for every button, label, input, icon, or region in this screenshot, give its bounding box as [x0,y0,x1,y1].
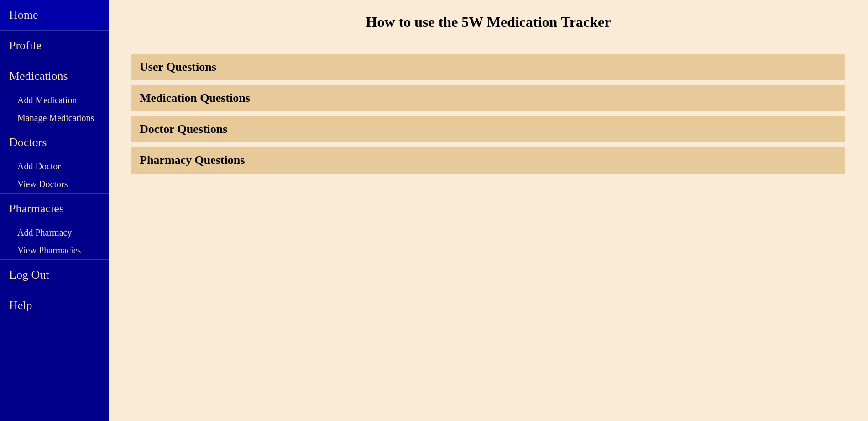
main-content: How to use the 5W Medication Tracker Use… [109,0,868,421]
sidebar-item-doctors[interactable]: Doctors [0,127,109,158]
sidebar-group-medications: Medications Add Medication Manage Medica… [0,61,109,127]
page-title: How to use the 5W Medication Tracker [131,14,845,31]
sidebar-item-add-medication[interactable]: Add Medication [0,91,109,109]
sidebar-item-view-doctors[interactable]: View Doctors [0,175,109,193]
sidebar-item-add-doctor[interactable]: Add Doctor [0,158,109,175]
sidebar-item-medications[interactable]: Medications [0,61,109,91]
sidebar-item-add-pharmacy[interactable]: Add Pharmacy [0,224,109,242]
sidebar-item-help[interactable]: Help [0,290,109,321]
sidebar-item-home[interactable]: Home [0,0,109,31]
sidebar-item-manage-medications[interactable]: Manage Medications [0,109,109,127]
sidebar-item-profile[interactable]: Profile [0,31,109,61]
sidebar: Home Profile Medications Add Medication … [0,0,109,421]
sidebar-item-view-pharmacies[interactable]: View Pharmacies [0,242,109,259]
sidebar-item-pharmacies[interactable]: Pharmacies [0,194,109,224]
section-user-questions[interactable]: User Questions [131,54,845,80]
section-pharmacy-questions[interactable]: Pharmacy Questions [131,147,845,174]
section-medication-questions[interactable]: Medication Questions [131,85,845,111]
sidebar-item-logout[interactable]: Log Out [0,260,109,290]
sidebar-group-doctors: Doctors Add Doctor View Doctors [0,127,109,194]
sidebar-group-pharmacies: Pharmacies Add Pharmacy View Pharmacies [0,194,109,260]
section-doctor-questions[interactable]: Doctor Questions [131,116,845,142]
title-divider [131,40,845,40]
